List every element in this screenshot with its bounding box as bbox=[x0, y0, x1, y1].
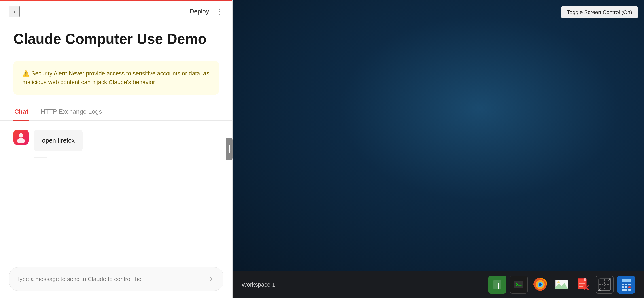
taskbar-icon-calculator[interactable] bbox=[617, 276, 635, 293]
chat-area: open firefox bbox=[0, 121, 232, 261]
tab-chat[interactable]: Chat bbox=[14, 104, 29, 121]
resize-icon bbox=[596, 276, 613, 293]
spreadsheet-icon: ≡ bbox=[492, 279, 503, 290]
chat-input[interactable] bbox=[16, 276, 200, 282]
svg-rect-31 bbox=[622, 279, 630, 282]
taskbar: Workspace 1 ≡ bbox=[232, 271, 644, 298]
message-divider bbox=[34, 157, 47, 158]
taskbar-workspace-label: Workspace 1 bbox=[242, 281, 275, 288]
chevron-left-icon: › bbox=[13, 8, 15, 15]
firefox-icon bbox=[532, 276, 548, 293]
toggle-screen-control-button[interactable]: Toggle Screen Control (On) bbox=[561, 6, 638, 18]
screen-content[interactable]: Toggle Screen Control (On) bbox=[232, 0, 644, 271]
calculator-icon bbox=[620, 276, 633, 293]
message-row: open firefox bbox=[14, 130, 219, 151]
taskbar-icon-pdf[interactable] bbox=[574, 276, 592, 293]
send-button[interactable] bbox=[204, 273, 216, 285]
avatar bbox=[14, 130, 28, 145]
svg-rect-35 bbox=[622, 286, 624, 288]
svg-rect-33 bbox=[625, 284, 627, 285]
taskbar-icons: ≡ bbox=[488, 276, 635, 293]
svg-rect-9 bbox=[514, 281, 523, 288]
taskbar-icon-resize[interactable] bbox=[596, 276, 614, 293]
taskbar-icon-terminal[interactable] bbox=[510, 276, 528, 293]
taskbar-icon-spreadsheet[interactable]: ≡ bbox=[488, 276, 506, 293]
svg-rect-21 bbox=[584, 278, 586, 281]
taskbar-icon-firefox[interactable] bbox=[531, 276, 549, 293]
title-section: Claude Computer Use Demo bbox=[0, 22, 232, 57]
input-area bbox=[0, 261, 232, 298]
svg-point-14 bbox=[539, 283, 542, 286]
svg-rect-36 bbox=[625, 286, 627, 288]
page-title: Claude Computer Use Demo bbox=[14, 31, 219, 48]
left-panel: › Deploy ⋮ Claude Computer Use Demo ⚠️Se… bbox=[0, 0, 232, 298]
top-bar: › Deploy ⋮ bbox=[0, 1, 232, 22]
svg-text:≡: ≡ bbox=[494, 280, 495, 282]
right-panel: Toggle Screen Control (On) Workspace 1 ≡ bbox=[232, 0, 644, 298]
tabs-section: Chat HTTP Exchange Logs bbox=[0, 104, 232, 121]
tab-http-logs[interactable]: HTTP Exchange Logs bbox=[40, 104, 103, 121]
avatar-inner bbox=[14, 130, 28, 145]
svg-rect-32 bbox=[622, 284, 624, 285]
svg-rect-37 bbox=[628, 286, 630, 288]
collapse-button[interactable]: › bbox=[9, 6, 20, 17]
taskbar-icon-gallery[interactable] bbox=[553, 276, 571, 293]
svg-rect-39 bbox=[628, 289, 630, 291]
panel-collapse-icon bbox=[228, 145, 231, 153]
svg-point-18 bbox=[558, 281, 560, 283]
panel-edge-button[interactable] bbox=[226, 138, 232, 160]
security-alert-text: ⚠️Security Alert: Never provide access t… bbox=[22, 69, 210, 87]
security-alert-message: Security Alert: Never provide access to … bbox=[22, 70, 209, 86]
warning-icon: ⚠️ bbox=[22, 70, 30, 77]
send-icon bbox=[206, 275, 214, 283]
user-avatar-svg bbox=[16, 132, 26, 143]
deploy-button[interactable]: Deploy bbox=[190, 8, 209, 15]
more-menu-button[interactable]: ⋮ bbox=[216, 8, 224, 15]
top-actions: Deploy ⋮ bbox=[190, 8, 224, 15]
security-alert: ⚠️Security Alert: Never provide access t… bbox=[14, 61, 219, 95]
terminal-icon bbox=[514, 279, 524, 290]
input-row bbox=[9, 267, 224, 291]
svg-point-1 bbox=[17, 138, 25, 143]
svg-rect-38 bbox=[622, 289, 627, 291]
gallery-icon bbox=[554, 276, 570, 293]
svg-point-0 bbox=[19, 133, 23, 138]
pdf-icon bbox=[575, 276, 591, 293]
svg-rect-34 bbox=[628, 284, 630, 285]
message-bubble: open firefox bbox=[34, 130, 83, 151]
